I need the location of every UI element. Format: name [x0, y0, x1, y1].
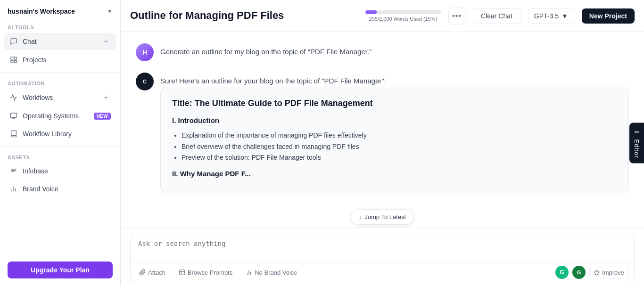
sidebar-item-workflows[interactable]: Workflows +	[4, 89, 116, 106]
browse-prompts-button[interactable]: Browse Prompts	[176, 267, 235, 278]
user-message-text: Generate an outline for my blog on the t…	[160, 43, 629, 57]
clear-chat-button[interactable]: Clear Chat	[473, 8, 520, 24]
input-icons-left: Attach Browse Prompts No Brand Voice	[136, 267, 300, 278]
no-brand-voice-button[interactable]: No Brand Voice	[243, 267, 300, 278]
projects-icon	[9, 56, 18, 64]
ai-section1-list: Explanation of the importance of managin…	[182, 130, 617, 163]
chat-input[interactable]	[131, 234, 634, 261]
input-icons-row: Attach Browse Prompts No Brand Voice	[131, 262, 634, 282]
brand-voice-label: Brand Voice	[23, 185, 111, 193]
arrow-down-icon: ↓	[359, 213, 362, 221]
progress-label: 295/2,000 Words Used (15%)	[365, 16, 441, 22]
list-item: Brief overview of the challenges faced i…	[182, 141, 617, 153]
workflows-icon	[9, 93, 18, 102]
chat-label: Chat	[23, 38, 97, 45]
new-project-button[interactable]: New Project	[582, 8, 635, 24]
sidebar-item-operating-systems[interactable]: Operating Systems NEW	[4, 108, 116, 124]
list-item: Explanation of the importance of managin…	[182, 130, 617, 141]
model-label: GPT-3.5	[534, 12, 559, 20]
divider2	[0, 147, 120, 147]
sidebar-item-brand-voice[interactable]: Brand Voice	[4, 181, 116, 197]
svg-marker-21	[594, 270, 599, 275]
avatar: H	[136, 43, 154, 61]
input-bar: Attach Browse Prompts No Brand Voice	[121, 228, 644, 286]
chat-icon	[9, 37, 18, 46]
svg-rect-4	[10, 113, 17, 117]
workspace-name: husnain's Workspace	[8, 8, 75, 15]
ai-intro-text: Sure! Here's an outline for your blog on…	[160, 75, 629, 87]
chevron-down-icon: ▼	[107, 8, 113, 15]
svg-text:C: C	[143, 79, 147, 84]
improve-label: Improve	[602, 269, 624, 276]
input-icons-right: G G Improve	[555, 266, 628, 279]
browse-prompts-label: Browse Prompts	[188, 269, 232, 276]
operating-systems-label: Operating Systems	[23, 112, 89, 120]
sidebar: husnain's Workspace ▼ AI Tools Chat + Pr…	[0, 0, 121, 286]
user-message: H Generate an outline for my blog on the…	[136, 43, 629, 61]
sidebar-item-chat[interactable]: Chat +	[4, 33, 116, 50]
ai-section2-heading: II. Why Manage PDF F...	[172, 168, 617, 180]
ai-avatar: C	[136, 73, 154, 90]
attach-label: Attach	[148, 269, 165, 276]
ai-title: Title: The Ultimate Guide to PDF File Ma…	[172, 97, 617, 110]
more-options-button[interactable]: •••	[448, 8, 465, 25]
brand-voice-icon	[9, 185, 18, 193]
pencil-icon: ✏	[633, 128, 640, 135]
editor-panel-toggle[interactable]: ✏ Editor	[629, 123, 644, 163]
sidebar-item-workflow-library[interactable]: Workflow Library	[4, 126, 116, 142]
infobase-icon	[9, 167, 18, 175]
improve-button[interactable]: Improve	[589, 267, 628, 278]
svg-rect-1	[14, 57, 17, 59]
no-brand-voice-label: No Brand Voice	[255, 269, 297, 276]
editor-label: Editor	[633, 139, 640, 158]
ai-message-content: Sure! Here's an outline for your blog on…	[160, 73, 629, 193]
chevron-down-icon: ▼	[561, 12, 568, 20]
jump-label: Jump To Latest	[364, 213, 406, 221]
grammarly-icon[interactable]: G	[572, 266, 586, 279]
progress-bar-bg	[365, 10, 441, 14]
sidebar-item-projects[interactable]: Projects	[4, 52, 116, 68]
input-row: Attach Browse Prompts No Brand Voice	[130, 234, 635, 282]
workflow-library-label: Workflow Library	[23, 130, 111, 138]
automation-section-label: Automation	[0, 77, 120, 88]
svg-rect-3	[11, 60, 13, 63]
workspace-selector[interactable]: husnain's Workspace ▼	[0, 0, 120, 21]
add-workflow-icon[interactable]: +	[101, 93, 111, 102]
infobase-label: Infobase	[23, 167, 111, 175]
svg-rect-15	[180, 270, 185, 275]
sidebar-item-infobase[interactable]: Infobase	[4, 163, 116, 179]
svg-rect-2	[14, 60, 17, 63]
user-avatar-placeholder: H	[136, 43, 154, 61]
new-badge: NEW	[94, 113, 111, 120]
list-item: Preview of the solution: PDF File Manage…	[182, 152, 617, 163]
ai-tools-section-label: AI Tools	[0, 21, 120, 32]
assets-section-label: Assets	[0, 151, 120, 162]
divider	[0, 73, 120, 73]
attach-button[interactable]: Attach	[136, 267, 168, 278]
page-title: Outline for Managing PDF Files	[130, 9, 358, 22]
add-chat-icon[interactable]: +	[101, 37, 111, 46]
upgrade-plan-button[interactable]: Upgrade Your Plan	[8, 261, 113, 278]
jump-to-latest-button[interactable]: ↓ Jump To Latest	[351, 209, 414, 225]
ai-message: C Sure! Here's an outline for your blog …	[136, 73, 629, 193]
chat-area: H Generate an outline for my blog on the…	[121, 32, 644, 228]
workflows-label: Workflows	[23, 94, 97, 101]
svg-rect-0	[11, 57, 13, 59]
grammar-check-icon[interactable]: G	[555, 266, 569, 279]
operating-systems-icon	[9, 112, 18, 120]
header: Outline for Managing PDF Files 295/2,000…	[121, 0, 644, 32]
workflow-library-icon	[9, 130, 18, 138]
model-selector[interactable]: GPT-3.5 ▼	[528, 8, 574, 24]
ai-response-box: Title: The Ultimate Guide to PDF File Ma…	[160, 87, 629, 193]
main-content: Outline for Managing PDF Files 295/2,000…	[121, 0, 644, 286]
progress-section: 295/2,000 Words Used (15%)	[365, 10, 441, 22]
projects-label: Projects	[23, 56, 111, 64]
ai-section1-heading: I. Introduction	[172, 115, 617, 126]
progress-bar-fill	[365, 10, 377, 14]
dots-icon: •••	[452, 12, 462, 20]
